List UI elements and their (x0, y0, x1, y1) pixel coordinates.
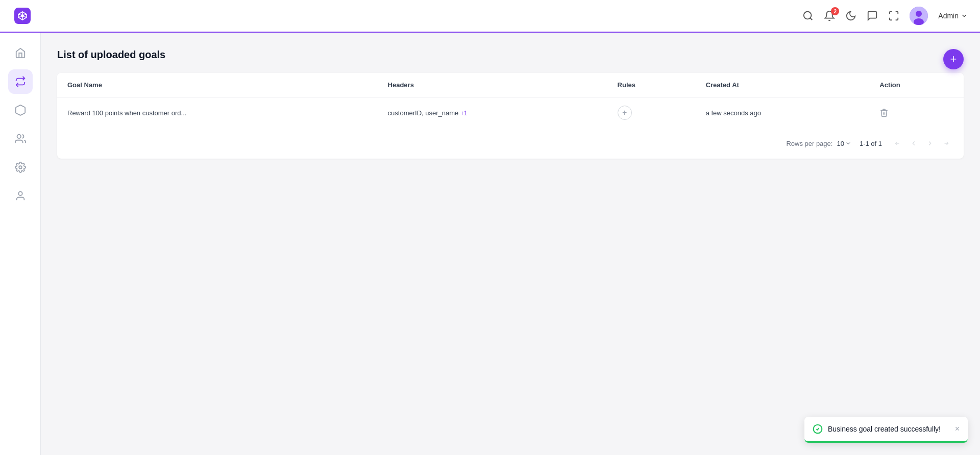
add-goal-button[interactable]: + (943, 49, 964, 69)
svg-point-12 (17, 135, 20, 138)
topbar: 2 Admin (0, 0, 980, 33)
notification-icon[interactable]: 2 (824, 10, 835, 21)
col-rules: Rules (607, 73, 696, 97)
svg-point-8 (804, 12, 812, 19)
cell-created-at: a few seconds ago (696, 97, 870, 129)
admin-menu[interactable]: Admin (938, 12, 968, 20)
sidebar-item-home[interactable] (8, 41, 33, 65)
logo[interactable] (12, 6, 33, 26)
main-content: List of uploaded goals + Goal Name Heade… (41, 33, 980, 455)
success-toast: Business goal created successfully! × (804, 417, 968, 443)
cell-goal-name: Reward 100 points when customer ord... (57, 97, 378, 129)
sidebar-item-users[interactable] (8, 127, 33, 151)
page-title: List of uploaded goals (57, 49, 964, 61)
sidebar-item-profile[interactable] (8, 184, 33, 208)
search-icon[interactable] (802, 10, 814, 21)
chat-icon[interactable] (867, 10, 878, 21)
prev-page-button[interactable] (906, 136, 921, 150)
svg-point-10 (916, 11, 922, 17)
rows-per-page-value: 10 (837, 140, 844, 147)
sidebar-item-packages[interactable] (8, 98, 33, 122)
sidebar-item-settings[interactable] (8, 155, 33, 180)
add-rule-button[interactable]: + (618, 106, 632, 120)
cell-headers: customerID, user_name +1 (378, 97, 607, 129)
col-action: Action (869, 73, 964, 97)
notification-badge: 2 (831, 7, 839, 15)
first-page-button[interactable] (890, 136, 904, 150)
cell-action (869, 97, 964, 129)
headers-value: customerID, user_name (388, 109, 459, 117)
page-info: 1-1 of 1 (860, 140, 882, 147)
col-headers: Headers (378, 73, 607, 97)
page-navigation (890, 136, 953, 150)
col-created-at: Created At (696, 73, 870, 97)
svg-point-1 (21, 14, 24, 17)
svg-point-13 (19, 166, 22, 169)
pagination: Rows per page: 10 1-1 of 1 (57, 128, 964, 159)
topbar-actions: 2 Admin (802, 7, 968, 25)
next-page-button[interactable] (923, 136, 937, 150)
dark-mode-icon[interactable] (845, 10, 856, 21)
avatar[interactable] (910, 7, 928, 25)
cell-rules: + (607, 97, 696, 129)
goals-table: Goal Name Headers Rules Created At Actio… (57, 73, 964, 128)
toast-message: Business goal created successfully! (828, 425, 941, 433)
table-row: Reward 100 points when customer ord... c… (57, 97, 964, 129)
last-page-button[interactable] (939, 136, 953, 150)
sidebar (0, 33, 41, 455)
delete-goal-button[interactable] (879, 108, 889, 117)
svg-point-14 (18, 192, 22, 195)
goals-table-card: Goal Name Headers Rules Created At Actio… (57, 73, 964, 159)
headers-extra: +1 (460, 110, 468, 117)
toast-success-icon (813, 424, 823, 434)
rows-per-page: Rows per page: 10 (786, 140, 851, 147)
sidebar-item-goals[interactable] (8, 69, 33, 94)
rows-per-page-select[interactable]: 10 (837, 140, 851, 147)
fullscreen-icon[interactable] (888, 10, 899, 21)
col-goal-name: Goal Name (57, 73, 378, 97)
toast-close-button[interactable]: × (955, 424, 960, 434)
rows-per-page-label: Rows per page: (786, 140, 832, 147)
